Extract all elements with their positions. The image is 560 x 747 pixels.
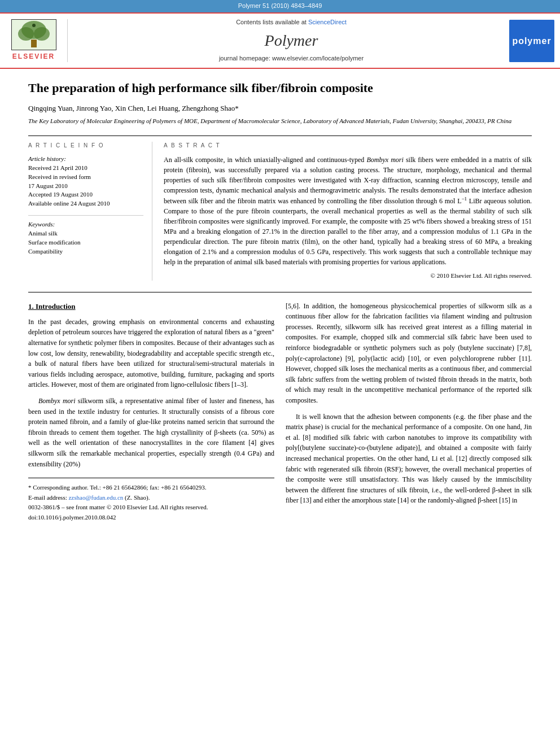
elsevier-tree-svg: [12, 20, 56, 50]
article-content: The preparation of high performance silk…: [0, 69, 560, 534]
received-date: Received 21 April 2010: [28, 164, 143, 173]
footnote-doi: doi:10.1016/j.polymer.2010.08.042: [28, 513, 274, 523]
copyright-line: © 2010 Elsevier Ltd. All rights reserved…: [164, 272, 532, 281]
sciencedirect-link[interactable]: ScienceDirect: [308, 19, 347, 25]
svg-rect-4: [31, 40, 37, 47]
abstract-text: An all-silk composite, in which uniaxial…: [164, 155, 532, 267]
available-date: Available online 24 August 2010: [28, 199, 143, 208]
journal-center-header: Contents lists available at ScienceDirec…: [73, 18, 509, 63]
right-para-1: [5,6]. In addition, the homogeneous phys…: [286, 301, 532, 406]
history-label: Article history:: [28, 155, 143, 164]
footnote-email: E-mail address: zzshao@fudan.edu.cn (Z. …: [28, 493, 274, 503]
article-history: Article history: Received 21 April 2010 …: [28, 155, 143, 209]
polymer-journal-logo: polymer: [509, 20, 554, 62]
journal-title: Polymer: [73, 29, 509, 53]
svg-point-3: [34, 27, 50, 41]
body-right-col: [5,6]. In addition, the homogeneous phys…: [286, 301, 532, 523]
revised-label: Received in revised form: [28, 173, 143, 182]
section-divider: [28, 292, 532, 292]
elsevier-text: ELSEVIER: [12, 52, 55, 62]
keyword-2: Surface modification: [28, 238, 143, 247]
article-info-column: A R T I C L E I N F O Article history: R…: [28, 142, 152, 280]
intro-para-2: Bombyx mori silkworm silk, a representat…: [28, 396, 274, 469]
keyword-1: Animal silk: [28, 229, 143, 238]
journal-ref-banner: Polymer 51 (2010) 4843–4849: [0, 0, 560, 12]
journal-header: ELSEVIER Contents lists available at Sci…: [0, 12, 560, 69]
banner-text: Polymer 51 (2010) 4843–4849: [238, 2, 322, 9]
and-text: and: [313, 496, 323, 504]
body-two-col: 1. Introduction In the past decades, gro…: [28, 301, 532, 523]
svg-point-5: [32, 24, 36, 27]
article-title: The preparation of high performance silk…: [28, 80, 532, 97]
accepted-date: Accepted 19 August 2010: [28, 190, 143, 199]
footnote-star: * Corresponding author. Tel.: +86 21 656…: [28, 483, 274, 493]
email-suffix: (Z. Shao).: [125, 494, 150, 501]
revised-date: 17 August 2010: [28, 182, 143, 191]
article-info-label: A R T I C L E I N F O: [28, 142, 143, 150]
elsevier-tree-image: [11, 19, 56, 50]
svg-point-2: [18, 27, 34, 41]
keywords-label: Keywords:: [28, 220, 143, 229]
homepage-line: journal homepage: www.elsevier.com/locat…: [73, 54, 509, 63]
abstract-label: A B S T R A C T: [164, 142, 532, 150]
abstract-column: A B S T R A C T An all-silk composite, i…: [164, 142, 532, 280]
keyword-3: Compatibility: [28, 247, 143, 256]
email-link[interactable]: zzshao@fudan.edu.cn: [68, 494, 123, 501]
right-para-2: It is well known that the adhesion betwe…: [286, 412, 532, 506]
intro-para-1: In the past decades, growing emphasis on…: [28, 317, 274, 390]
body-left-col: 1. Introduction In the past decades, gro…: [28, 301, 274, 523]
elsevier-logo-block: ELSEVIER: [6, 19, 68, 62]
footnote-section: * Corresponding author. Tel.: +86 21 656…: [28, 478, 274, 522]
sciencedirect-line: Contents lists available at ScienceDirec…: [73, 18, 509, 27]
email-label: E-mail address:: [28, 494, 67, 501]
info-abstract-section: A R T I C L E I N F O Article history: R…: [28, 136, 532, 280]
abstract-body: An all-silk composite, in which uniaxial…: [164, 156, 532, 266]
keywords-section: Keywords: Animal silk Surface modificati…: [28, 215, 143, 256]
authors-line: Qingqing Yuan, Jinrong Yao, Xin Chen, Le…: [28, 103, 532, 114]
affiliation-line: The Key Laboratory of Molecular Engineer…: [28, 117, 532, 125]
footnote-issn: 0032-3861/$ – see front matter © 2010 El…: [28, 503, 274, 513]
intro-heading: 1. Introduction: [28, 301, 274, 312]
